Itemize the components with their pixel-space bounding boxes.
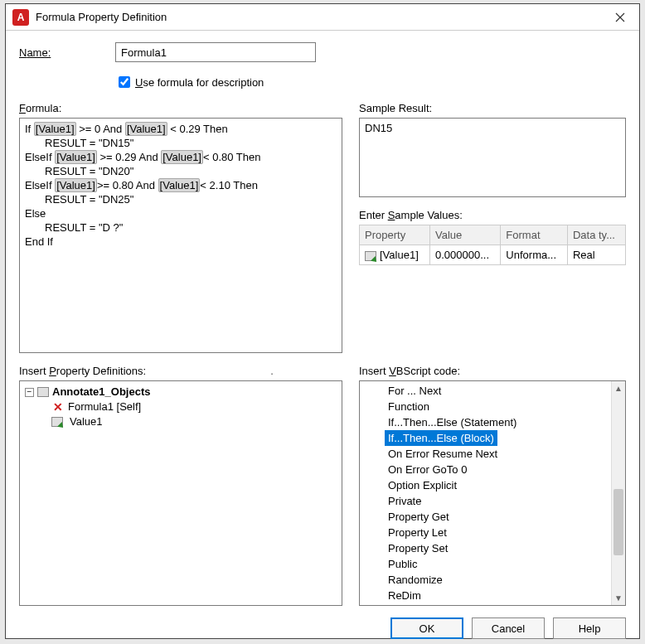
tree-item-label: Formula1 [Self] <box>68 399 141 414</box>
list-item[interactable]: Public <box>385 556 625 572</box>
list-item[interactable]: If...Then...Else (Block) <box>385 430 497 446</box>
list-item[interactable]: Randomize <box>385 572 625 588</box>
help-button[interactable]: Help <box>553 617 626 639</box>
tree-item-label: Value1 <box>70 414 103 429</box>
list-item[interactable]: Option Explicit <box>385 477 625 493</box>
property-icon <box>365 251 376 261</box>
scroll-thumb[interactable] <box>613 489 623 555</box>
list-item[interactable]: Property Let <box>385 525 625 540</box>
delete-icon: ✕ <box>51 399 65 414</box>
list-item[interactable]: ReDim <box>385 588 625 603</box>
use-formula-label: Use formula for description <box>135 76 264 89</box>
property-tree[interactable]: − Annotate1_Objects ✕Formula1 [Self]Valu… <box>19 380 342 606</box>
tree-item[interactable]: ✕Formula1 [Self] <box>51 399 337 414</box>
expander-icon[interactable]: − <box>25 388 34 397</box>
window-title: Formula Property Definition <box>36 11 601 23</box>
titlebar[interactable]: A Formula Property Definition <box>6 4 639 31</box>
scrollbar[interactable]: ▲ ▼ <box>611 381 625 605</box>
name-label: Name: <box>19 46 115 59</box>
tree-root[interactable]: − Annotate1_Objects <box>25 385 337 399</box>
scroll-up-icon[interactable]: ▲ <box>612 381 625 395</box>
insert-vb-label: Insert VBScript code: <box>359 365 626 377</box>
property-icon <box>51 417 63 427</box>
list-item[interactable]: On Error Resume Next <box>385 446 625 462</box>
tree-item[interactable]: Value1 <box>51 414 337 429</box>
formula-editor[interactable]: If [Value1] >= 0 And [Value1] < 0.29 The… <box>19 118 342 353</box>
sample-result-box: DN15 <box>359 118 626 197</box>
table-row[interactable]: [Value1]0.000000...Unforma...Real <box>360 245 626 265</box>
list-item[interactable]: Private <box>385 493 625 509</box>
list-item[interactable]: Property Get <box>385 509 625 525</box>
sample-values-label: Enter Sample Values: <box>359 209 626 221</box>
sample-values-table[interactable]: PropertyValueFormatData ty... [Value1]0.… <box>359 225 626 265</box>
list-item[interactable]: For ... Next <box>385 383 625 399</box>
list-item[interactable]: On Error GoTo 0 <box>385 462 625 477</box>
close-button[interactable] <box>601 4 639 31</box>
table-header[interactable]: Format <box>501 225 568 245</box>
app-icon: A <box>12 9 29 26</box>
list-item[interactable]: Function <box>385 399 625 414</box>
sample-result-label: Sample Result: <box>359 102 626 114</box>
dialog-content: Name: Use formula for description Formul… <box>6 31 639 644</box>
ok-button[interactable]: OK <box>390 617 463 639</box>
name-input[interactable] <box>115 42 316 62</box>
list-item[interactable]: Property Set <box>385 540 625 556</box>
use-formula-checkbox[interactable] <box>119 76 130 88</box>
list-item[interactable]: If...Then...Else (Statement) <box>385 414 625 430</box>
dialog-window: A Formula Property Definition Name: Use … <box>5 3 640 639</box>
object-icon <box>37 387 49 397</box>
insert-prop-label: Insert Property Definitions: <box>19 365 342 377</box>
close-icon <box>615 12 625 22</box>
cancel-button[interactable]: Cancel <box>472 617 545 639</box>
table-header[interactable]: Value <box>430 225 501 245</box>
formula-label: Formula: <box>19 102 342 114</box>
table-header[interactable]: Data ty... <box>567 225 625 245</box>
vbscript-list[interactable]: For ... NextFunctionIf...Then...Else (St… <box>359 380 626 606</box>
scroll-down-icon[interactable]: ▼ <box>612 591 625 605</box>
table-header[interactable]: Property <box>360 225 430 245</box>
tree-root-label: Annotate1_Objects <box>52 385 150 399</box>
